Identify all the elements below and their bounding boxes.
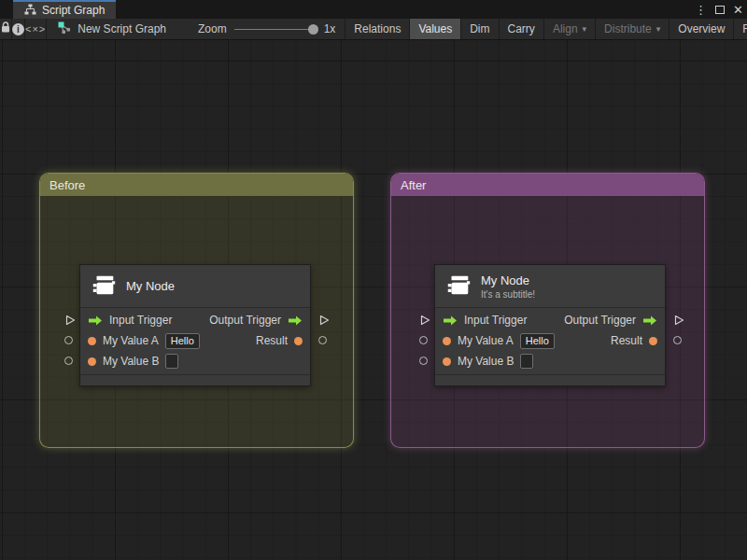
menu-kebab-icon[interactable]: ⋮ — [695, 4, 707, 16]
carry-label: Carry — [508, 22, 535, 35]
value-b-label: My Value B — [103, 355, 159, 368]
value-a-port[interactable]: My Value A Hello — [88, 333, 200, 349]
align-dropdown[interactable]: Align ▾ — [543, 19, 595, 39]
output-trigger-label: Output Trigger — [209, 314, 281, 327]
distribute-label: Distribute — [604, 22, 652, 35]
graph-toolbar: i <×> New Script Graph Zoom 1x — [0, 19, 747, 40]
input-trigger-port[interactable]: Input Trigger — [88, 314, 172, 327]
unit-icon — [90, 271, 118, 301]
result-ext-port[interactable] — [673, 336, 682, 344]
tab-bar: Script Graph ⋮ ✕ — [0, 0, 747, 19]
zoom-label: Zoom — [198, 22, 227, 35]
relations-button[interactable]: Relations — [345, 19, 409, 39]
value-a-ext-port[interactable] — [64, 336, 73, 344]
result-port[interactable]: Result — [611, 334, 657, 347]
group-before-label: Before — [49, 178, 85, 192]
flow-arrow-icon — [88, 315, 103, 326]
chevron-down-icon: ▾ — [583, 24, 587, 34]
dim-label: Dim — [470, 22, 489, 35]
values-button[interactable]: Values — [409, 19, 460, 39]
zoom-slider[interactable] — [234, 29, 317, 30]
dim-button[interactable]: Dim — [460, 19, 498, 39]
graph-canvas[interactable]: Before After — [0, 40, 747, 560]
info-button[interactable]: i — [12, 19, 25, 39]
value-port-icon — [649, 337, 657, 345]
value-b-ext-port[interactable] — [419, 357, 428, 365]
value-a-port[interactable]: My Value A Hello — [443, 333, 555, 349]
zoom-control: Zoom 1x — [189, 19, 345, 39]
lock-button[interactable] — [0, 19, 12, 39]
input-trigger-ext-port[interactable] — [64, 315, 76, 329]
full-screen-label: Full Screen — [742, 22, 747, 35]
node-assembly-after: My Node It's a subtitle! Input Trigger O… — [415, 264, 687, 387]
node-body: Input Trigger Output Trigger My Value A … — [435, 308, 665, 375]
group-after-header[interactable]: After — [391, 174, 704, 196]
full-screen-button[interactable]: Full Screen — [733, 19, 747, 39]
value-b-ext-port[interactable] — [64, 357, 73, 365]
node-subtitle: It's a subtitle! — [481, 289, 535, 300]
maximize-icon[interactable] — [715, 6, 725, 14]
tab-script-graph[interactable]: Script Graph — [13, 0, 116, 19]
value-a-input[interactable]: Hello — [520, 333, 555, 349]
window-controls: ⋮ ✕ — [695, 0, 743, 19]
unit-icon — [444, 271, 472, 301]
output-trigger-ext-port[interactable] — [673, 315, 684, 329]
output-trigger-port[interactable]: Output Trigger — [209, 314, 303, 327]
close-icon[interactable]: ✕ — [733, 4, 743, 16]
port-row-value-b: My Value B — [435, 351, 665, 371]
overview-button[interactable]: Overview — [669, 19, 733, 39]
value-port-icon — [443, 357, 451, 366]
port-row-value-b: My Value B — [80, 351, 310, 371]
port-row-triggers: Input Trigger Output Trigger — [80, 310, 310, 330]
code-preview-button[interactable]: <×> — [25, 19, 47, 39]
node-footer — [80, 375, 310, 385]
relations-label: Relations — [354, 22, 401, 35]
node-header[interactable]: My Node — [80, 265, 310, 308]
code-icon: <×> — [25, 23, 46, 35]
value-b-port[interactable]: My Value B — [88, 354, 178, 369]
node-title: My Node — [481, 273, 535, 287]
output-trigger-port[interactable]: Output Trigger — [564, 314, 657, 327]
port-row-value-a: My Value A Hello Result — [80, 330, 310, 351]
graph-name-label: New Script Graph — [78, 22, 166, 35]
script-graph-window: Script Graph ⋮ ✕ i <×> — [0, 0, 747, 560]
result-ext-port[interactable] — [318, 336, 327, 344]
input-trigger-ext-port[interactable] — [419, 315, 430, 329]
result-port[interactable]: Result — [256, 334, 303, 347]
value-b-input[interactable] — [520, 354, 533, 369]
node-my-node-before[interactable]: My Node Input Trigger Output Trigger — [79, 264, 311, 386]
value-a-label: My Value A — [103, 334, 159, 347]
value-a-label: My Value A — [458, 334, 514, 347]
node-header[interactable]: My Node It's a subtitle! — [435, 265, 665, 308]
lock-icon — [0, 21, 11, 36]
group-before-header[interactable]: Before — [40, 174, 353, 196]
zoom-slider-handle[interactable] — [308, 24, 318, 35]
align-label: Align — [553, 22, 578, 35]
value-b-port[interactable]: My Value B — [443, 354, 533, 369]
carry-button[interactable]: Carry — [499, 19, 543, 39]
output-trigger-ext-port[interactable] — [318, 315, 330, 329]
output-trigger-label: Output Trigger — [564, 314, 636, 327]
values-label: Values — [418, 22, 452, 35]
toolbar-buttons: Relations Values Dim Carry Align ▾ Distr… — [345, 19, 747, 39]
node-title: My Node — [126, 279, 175, 293]
value-port-icon — [88, 357, 96, 366]
value-b-input[interactable] — [165, 354, 178, 369]
result-label: Result — [611, 334, 642, 347]
node-body: Input Trigger Output Trigger My Value A … — [80, 308, 310, 375]
new-graph-icon — [58, 21, 71, 36]
node-my-node-after[interactable]: My Node It's a subtitle! Input Trigger O… — [434, 264, 666, 386]
distribute-dropdown[interactable]: Distribute ▾ — [595, 19, 669, 39]
value-a-ext-port[interactable] — [419, 336, 428, 344]
value-b-label: My Value B — [458, 355, 514, 368]
flow-arrow-icon — [443, 315, 458, 326]
value-a-input[interactable]: Hello — [165, 333, 200, 349]
input-trigger-label: Input Trigger — [464, 314, 527, 327]
result-label: Result — [256, 334, 288, 347]
input-trigger-port[interactable]: Input Trigger — [443, 314, 527, 327]
value-port-icon — [294, 337, 303, 345]
port-row-value-a: My Value A Hello Result — [435, 330, 665, 351]
graph-name-area: New Script Graph — [47, 19, 177, 39]
group-after-label: After — [401, 178, 426, 192]
chevron-down-icon: ▾ — [656, 24, 661, 34]
